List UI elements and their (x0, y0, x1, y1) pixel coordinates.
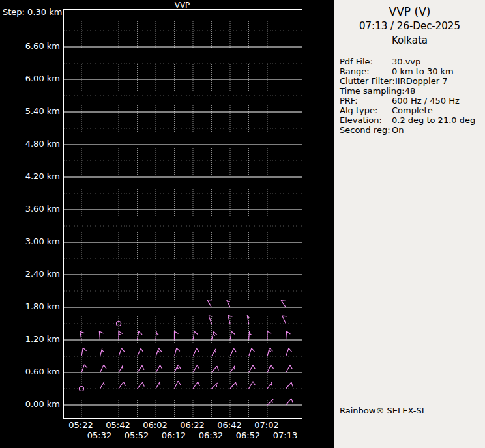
barb-tick-half (177, 367, 179, 369)
barb-tick-full (196, 348, 199, 352)
barb-tick-full (252, 348, 254, 352)
barb-staff (267, 348, 269, 356)
product-fields: Pdf File:30.vvpRange:0 km to 30 kmClutte… (340, 57, 485, 135)
barb-tick-full (83, 348, 86, 350)
wind-barb (249, 382, 256, 389)
wind-barb (156, 331, 158, 340)
wind-barbs-layer (80, 300, 293, 405)
barb-staff (193, 365, 198, 372)
wind-barb (156, 348, 162, 356)
wind-barb (156, 382, 160, 389)
wind-barb (267, 331, 271, 340)
wind-barb (193, 382, 199, 389)
barb-tick-full (139, 331, 142, 334)
barb-tick-full (281, 300, 286, 301)
barb-staff (156, 365, 160, 372)
wind-barb (80, 331, 85, 340)
wind-barb (119, 348, 125, 356)
barb-tick-full (287, 331, 291, 334)
wind-barb (212, 331, 217, 340)
y-tick-label: 3.00 km (0, 236, 60, 246)
barb-tick-half (271, 384, 272, 386)
barb-tick-full (289, 348, 291, 352)
barb-staff (249, 382, 254, 389)
barb-staff (100, 348, 102, 356)
x-tick-label: 05:52 (125, 430, 149, 440)
barb-tick-half (159, 383, 160, 385)
barb-tick-full (233, 348, 236, 352)
y-tick-label: 0.00 km (0, 399, 60, 409)
barb-tick-full (198, 365, 200, 369)
wind-barb (100, 365, 107, 372)
barb-tick-half (269, 350, 271, 352)
wind-barb (138, 348, 144, 356)
wind-barb (138, 365, 144, 372)
barb-tick-full (217, 366, 218, 371)
info-field-value: IIRDoppler 7 (395, 76, 448, 86)
barb-staff (230, 382, 235, 389)
wind-barb (193, 348, 199, 356)
barb-staff (100, 365, 104, 372)
barb-tick-full (253, 382, 256, 385)
barb-staff (193, 348, 196, 356)
barb-staff (156, 382, 160, 389)
y-tick-label: 1.80 km (0, 301, 60, 311)
barb-staff (286, 365, 291, 372)
info-field-row: Range:0 km to 30 km (340, 66, 485, 76)
info-field-label: PRF: (340, 96, 392, 105)
barb-tick-full (143, 382, 144, 387)
barb-staff (286, 382, 291, 389)
wind-barb (249, 348, 255, 356)
barb-tick-half (272, 400, 272, 403)
y-tick-label: 2.40 km (0, 269, 60, 279)
info-field-value: 0 km to 30 km (392, 66, 454, 76)
info-field-row: PRF:600 Hz / 450 Hz (340, 96, 485, 105)
wind-barb (227, 300, 230, 307)
info-field-value: 0.2 deg to 21.0 deg (392, 115, 475, 125)
site-name: Kolkata (334, 35, 485, 46)
wind-barb (175, 381, 181, 389)
barb-staff (100, 382, 105, 389)
x-tick-label: 07:13 (273, 430, 297, 440)
x-tick-label: 06:02 (143, 420, 167, 430)
barb-staff (209, 316, 211, 324)
info-field-label: Time sampling: (340, 86, 405, 96)
wind-barb (175, 331, 179, 340)
info-field-value: 48 (405, 86, 416, 96)
barb-staff (249, 348, 252, 356)
wind-barb (212, 383, 218, 389)
barb-tick-full (80, 331, 85, 333)
wind-barb (230, 348, 237, 356)
barb-tick-full (271, 365, 273, 369)
wind-barb (81, 348, 87, 356)
barb-staff (138, 348, 141, 356)
barb-tick-full (267, 331, 271, 334)
wind-barb (138, 331, 143, 340)
wind-barb (267, 382, 272, 389)
barb-staff (230, 348, 233, 356)
barb-tick-full (178, 381, 181, 385)
wind-barb (175, 365, 181, 372)
info-field-value: Complete (392, 105, 433, 115)
y-tick-label: 5.40 km (0, 106, 60, 116)
info-field-label: Range: (340, 66, 392, 76)
wind-barb (156, 365, 162, 372)
barb-tick-half (158, 350, 160, 352)
wind-barb (286, 348, 292, 356)
barb-staff (228, 315, 230, 324)
wind-barb (286, 399, 293, 405)
barb-tick-full (121, 348, 124, 352)
barb-staff (175, 365, 178, 372)
barb-staff (80, 331, 81, 340)
wind-barb (212, 349, 216, 356)
barb-staff (212, 366, 217, 372)
barb-staff (138, 382, 143, 389)
chart-title: VVP (63, 1, 301, 10)
barb-tick-half (104, 383, 105, 385)
barb-staff (175, 381, 178, 389)
barb-tick-full (142, 365, 144, 369)
barb-staff (267, 382, 272, 389)
wind-barb (267, 348, 272, 356)
wind-barb (207, 300, 212, 307)
wind-barb (267, 365, 274, 372)
